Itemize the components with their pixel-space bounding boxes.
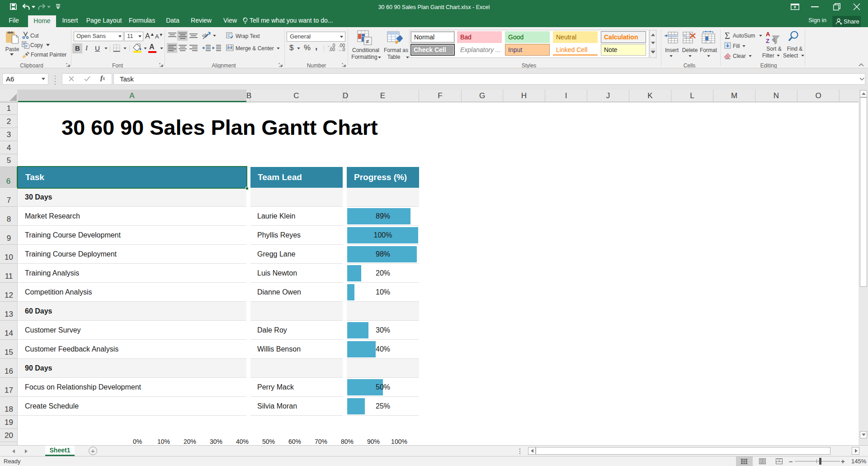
svg-text:A: A <box>766 31 770 38</box>
svg-text:ab: ab <box>202 32 208 38</box>
svg-text:≠: ≠ <box>366 38 369 45</box>
svg-text:Z: Z <box>766 38 769 44</box>
